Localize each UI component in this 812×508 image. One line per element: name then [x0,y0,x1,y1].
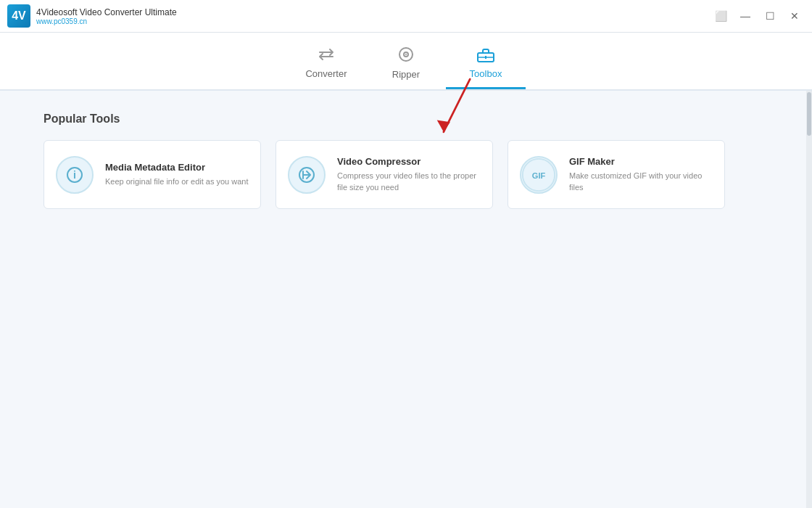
scroll-thumb [807,92,811,136]
restore-button[interactable]: ☐ [760,8,780,24]
tab-converter[interactable]: Converter [286,38,366,89]
tab-toolbox[interactable]: Toolbox [446,38,526,89]
section-title: Popular Tools [44,112,768,126]
logo-text: 4V [12,9,26,22]
video-compressor-name: Video Compressor [337,156,481,167]
title-text-block: 4Videosoft Video Converter Ultimate www.… [36,7,177,25]
app-name: 4Videosoft Video Converter Ultimate [36,7,177,17]
ripper-label: Ripper [392,69,420,80]
tool-card-media-metadata[interactable]: i Media Metadata Editor Keep original fi… [44,140,261,209]
title-left: 4V 4Videosoft Video Converter Ultimate w… [7,4,177,28]
gif-maker-info: GIF Maker Make customized GIF with your … [569,156,713,194]
close-icon: ✕ [790,10,799,22]
gif-maker-name: GIF Maker [569,156,713,167]
video-compressor-desc: Compress your video files to the proper … [337,171,481,194]
ripper-icon [397,46,415,66]
feedback-button[interactable]: ⬜ [710,8,731,24]
nav-bar: Converter Ripper Toolbox [0,33,812,91]
toolbox-label: Toolbox [470,68,502,79]
media-metadata-icon: i [56,156,94,194]
scrollbar[interactable] [806,91,812,508]
tool-card-gif-maker[interactable]: GIF GIF Maker Make customized GIF with y… [508,140,725,209]
title-bar: 4V 4Videosoft Video Converter Ultimate w… [0,0,812,33]
window-controls: ⬜ — ☐ ✕ [710,8,805,24]
tab-ripper[interactable]: Ripper [366,38,446,89]
minimize-button[interactable]: — [735,8,755,24]
media-metadata-info: Media Metadata Editor Keep original file… [105,162,249,188]
main-content: Popular Tools i Media Metadata Editor Ke… [0,91,812,508]
restore-icon: ☐ [766,10,775,22]
media-metadata-desc: Keep original file info or edit as you w… [105,176,249,188]
svg-text:i: i [73,169,76,181]
toolbox-icon [476,46,495,65]
feedback-icon: ⬜ [715,10,727,22]
converter-label: Converter [305,68,347,79]
tool-card-video-compressor[interactable]: Video Compressor Compress your video fil… [276,140,493,209]
watermark-text: www.pc0359.cn [36,17,177,25]
gif-maker-desc: Make customized GIF with your video file… [569,171,713,194]
app-logo: 4V [7,4,30,28]
media-metadata-name: Media Metadata Editor [105,162,249,173]
close-button[interactable]: ✕ [784,8,805,24]
converter-icon [317,46,336,65]
video-compressor-info: Video Compressor Compress your video fil… [337,156,481,194]
tools-grid: i Media Metadata Editor Keep original fi… [44,140,768,209]
svg-text:GIF: GIF [532,171,546,179]
gif-maker-icon: GIF [520,156,558,194]
video-compressor-icon [288,156,326,194]
svg-point-2 [405,54,407,55]
minimize-icon: — [740,10,750,22]
